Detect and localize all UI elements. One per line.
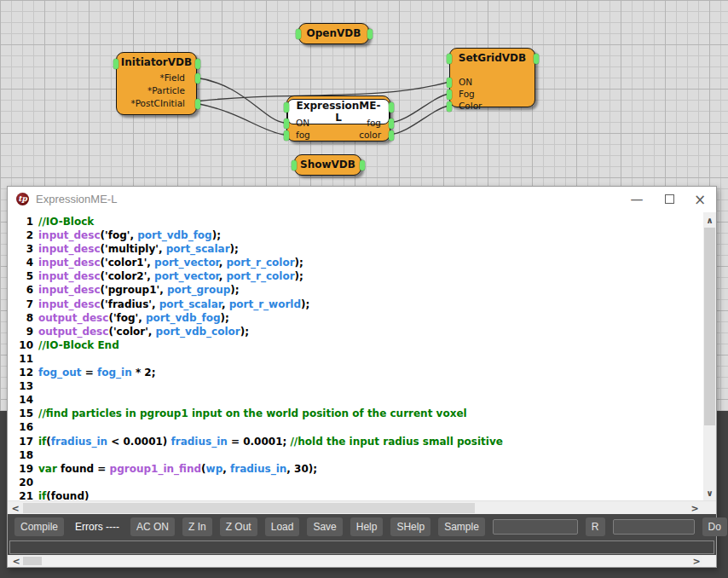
line-number: 21 — [8, 489, 33, 500]
vertical-scrollbar[interactable]: ∧ ∨ — [703, 212, 716, 500]
connector-pin[interactable] — [284, 118, 289, 129]
node-showvdb[interactable]: ShowVDB — [294, 154, 361, 176]
window-scroll-thumb[interactable] — [23, 557, 42, 565]
connector-pin[interactable] — [389, 102, 394, 113]
connector-pin[interactable] — [113, 59, 118, 69]
line-number: 17 — [8, 435, 33, 448]
line-number: 11 — [8, 352, 33, 366]
port-label-on: ON — [296, 118, 309, 128]
code-editor: 1//IO-Block2input_desc('fog', port_vdb_f… — [8, 212, 716, 500]
scroll-left-arrow-icon[interactable]: < — [9, 503, 21, 513]
code-line: 3input_desc('multiply', port_scalar); — [8, 242, 703, 256]
do-button[interactable]: Do — [702, 517, 727, 536]
port-label-color: Color — [459, 101, 482, 111]
connector-pin[interactable] — [360, 160, 365, 171]
scroll-down-arrow-icon[interactable]: ∨ — [703, 487, 716, 499]
connector-pin[interactable] — [195, 73, 200, 84]
line-number: 18 — [8, 448, 33, 462]
line-number: 12 — [8, 366, 33, 379]
code-line: 4input_desc('color1', port_vector, port_… — [8, 256, 703, 269]
close-button[interactable]: × — [685, 187, 714, 212]
code-horizontal-scrollbar[interactable]: < > — [8, 500, 716, 515]
port-label-fog: Fog — [459, 89, 475, 99]
port-label-field: *Field — [160, 72, 186, 83]
connector-pin[interactable] — [447, 54, 452, 64]
node-title: OpenVDB — [299, 24, 368, 39]
scroll-right-arrow-icon[interactable]: > — [690, 556, 702, 566]
load-button[interactable]: Load — [265, 517, 300, 536]
code-area[interactable]: 1//IO-Block2input_desc('fog', port_vdb_f… — [8, 212, 703, 500]
code-line: 21if(found) — [8, 489, 703, 500]
maximize-icon — [665, 194, 674, 204]
line-number: 14 — [8, 393, 33, 407]
compile-button[interactable]: Compile — [14, 517, 64, 536]
application-root: OpenVDB InitiatorVDB *Field *Particle *P… — [0, 0, 728, 578]
node-setgridvdb[interactable]: SetGridVDB ON Fog Color — [449, 48, 535, 107]
code-line: 15//find particles in pgroup1 input on t… — [8, 407, 703, 420]
help-button[interactable]: Help — [350, 517, 384, 536]
window-horizontal-scrollbar[interactable]: < > — [8, 555, 716, 567]
code-line: 12fog_out = fog_in * 2; — [8, 366, 703, 379]
connector-pin[interactable] — [284, 130, 289, 141]
line-number: 2 — [8, 228, 33, 242]
error-output-field — [9, 540, 714, 554]
connector-pin[interactable] — [195, 59, 200, 69]
code-line: 7input_desc('fradius', port_scalar, port… — [8, 298, 703, 311]
line-number: 15 — [8, 407, 33, 420]
tp-logo-icon: tp — [16, 193, 29, 205]
shelp-button[interactable]: SHelp — [390, 517, 430, 536]
node-initiatorvdb[interactable]: InitiatorVDB *Field *Particle *PostCInit… — [116, 52, 197, 115]
connector-pin[interactable] — [447, 90, 452, 100]
connector-pin[interactable] — [292, 160, 297, 171]
code-line: 14 — [8, 393, 703, 407]
line-number: 1 — [8, 215, 33, 228]
line-number: 5 — [8, 269, 33, 283]
code-line: 11 — [8, 352, 703, 366]
line-number: 4 — [8, 256, 33, 269]
save-button[interactable]: Save — [307, 517, 342, 536]
code-line: 20 — [8, 476, 703, 489]
sample-button[interactable]: Sample — [438, 517, 485, 536]
connector-pin[interactable] — [367, 29, 373, 39]
scroll-right-arrow-icon[interactable]: > — [689, 503, 701, 513]
editor-toolbar: Compile Errors ---- AC ON Z In Z Out Loa… — [8, 514, 716, 540]
code-line: 8output_desc('fog', port_vdb_fog); — [8, 311, 703, 325]
connector-pin[interactable] — [447, 101, 452, 112]
errors-status-label: Errors ---- — [75, 521, 119, 533]
scroll-left-arrow-icon[interactable]: < — [10, 556, 22, 566]
port-label-fog-in: fog — [296, 130, 310, 140]
ac-on-button[interactable]: AC ON — [130, 517, 175, 536]
r-button[interactable]: R — [586, 517, 605, 536]
zoom-in-button[interactable]: Z In — [182, 517, 212, 536]
code-line: 17if(fradius_in < 0.0001) fradius_in = 0… — [8, 435, 703, 448]
code-line: 1//IO-Block — [8, 215, 703, 228]
node-title: ShowVDB — [295, 155, 361, 171]
line-number: 19 — [8, 462, 33, 476]
scroll-up-arrow-icon[interactable]: ∧ — [703, 214, 716, 226]
line-number: 10 — [8, 338, 33, 352]
window-title: ExpressionME-L — [36, 193, 117, 205]
line-number: 16 — [8, 420, 33, 434]
connector-pin[interactable] — [389, 130, 394, 141]
node-openvdb[interactable]: OpenVDB — [298, 23, 369, 44]
node-expressionme-l[interactable]: ExpressionME-L ON fog fog color — [286, 95, 390, 142]
toolbar-field-1[interactable] — [493, 519, 578, 535]
code-line: 19var found = pgroup1_in_find(wp, fradiu… — [8, 462, 703, 476]
zoom-out-button[interactable]: Z Out — [220, 517, 257, 536]
minimize-button[interactable]: — — [622, 187, 651, 212]
line-number: 13 — [8, 379, 33, 393]
connector-pin[interactable] — [389, 118, 394, 129]
toolbar-field-2[interactable] — [613, 519, 695, 535]
connector-pin[interactable] — [195, 99, 200, 109]
connector-pin[interactable] — [284, 102, 289, 113]
horizontal-scroll-thumb[interactable] — [23, 503, 475, 513]
code-line: 5input_desc('color2', port_vector, port_… — [8, 269, 703, 283]
vertical-scroll-thumb[interactable] — [704, 228, 715, 425]
line-number: 3 — [8, 242, 33, 256]
maximize-button[interactable] — [655, 187, 684, 212]
code-line: 13 — [8, 379, 703, 393]
connector-pin[interactable] — [447, 78, 452, 88]
connector-pin[interactable] — [296, 29, 301, 39]
window-titlebar[interactable]: tp ExpressionME-L — × — [8, 187, 716, 212]
connector-pin[interactable] — [534, 54, 539, 64]
